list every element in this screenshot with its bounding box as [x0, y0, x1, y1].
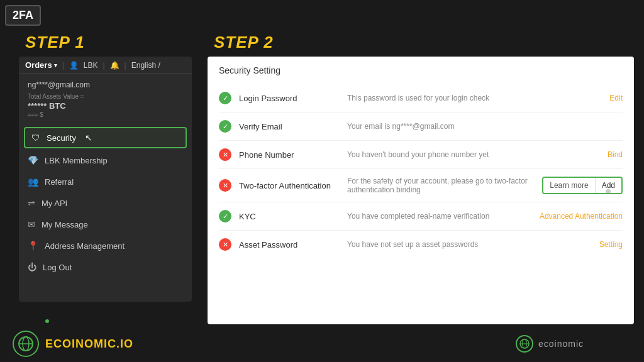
security-icon: 🛡 — [31, 133, 40, 143]
ecoinomic-small-logo — [516, 335, 533, 353]
verify-email-name: Verify Email — [239, 122, 340, 131]
assets-value: ****** BTC — [28, 101, 183, 111]
ecoinomic-logo — [13, 331, 39, 357]
sidebar-item-lbk-membership[interactable]: 💎 LBK Membership — [19, 150, 192, 171]
asset-password-desc: You have not set up a asset passwords — [347, 240, 592, 249]
learn-more-button[interactable]: Learn more — [543, 178, 595, 193]
log-out-label: Log Out — [43, 263, 72, 272]
user-icon[interactable]: 👤 — [69, 61, 79, 70]
message-icon: ✉ — [28, 219, 35, 229]
divider2: | — [103, 61, 104, 70]
phone-number-row: ✕ Phone Number You haven't bound your ph… — [219, 141, 623, 169]
sidebar-item-address-management[interactable]: 📍 Address Management — [19, 235, 192, 256]
sidebar-menu: 🛡 Security ↖ 💎 LBK Membership 👥 Referral… — [19, 127, 192, 278]
lbk-membership-icon: 💎 — [28, 155, 38, 165]
asset-password-status: ✕ — [219, 238, 231, 251]
assets-label: Total Assets Value ≈ — [28, 93, 183, 100]
address-management-label: Address Management — [45, 241, 125, 251]
tfa-status: ✕ — [219, 179, 231, 192]
login-password-action[interactable]: Edit — [609, 94, 623, 102]
security-panel: Security Setting ✓ Login Password This p… — [208, 57, 634, 324]
security-title: Security Setting — [219, 65, 623, 75]
logout-icon: ⏻ — [28, 262, 36, 272]
user-email: ng****@gmail.com — [28, 80, 183, 89]
add-2fa-button[interactable]: Add — [596, 178, 621, 193]
my-message-label: My Message — [42, 220, 88, 229]
divider3: | — [125, 61, 126, 70]
sidebar-item-referral[interactable]: 👥 Referral — [19, 171, 192, 192]
bottom-right-logo: ecoinomic — [455, 326, 644, 362]
brand-name: ECOINOMIC.IO — [45, 337, 133, 351]
orders-button[interactable]: Orders ▾ — [25, 60, 57, 70]
language-selector[interactable]: English / — [131, 61, 160, 70]
tfa-actions: Learn more Add — [542, 177, 623, 194]
kyc-action[interactable]: Advanced Authentication — [540, 212, 623, 221]
dot-indicator — [45, 319, 49, 323]
kyc-row: ✓ KYC You have completed real-name verif… — [219, 202, 623, 231]
sidebar-item-security[interactable]: 🛡 Security ↖ — [24, 127, 187, 148]
step2-label: STEP 2 — [214, 33, 274, 52]
cursor-indicator: ↖ — [85, 133, 92, 143]
sidebar-panel: Orders ▾ | 👤 LBK | 🔔 | English / ng****@… — [19, 57, 192, 302]
sidebar-header: Orders ▾ | 👤 LBK | 🔔 | English / — [19, 57, 192, 74]
sidebar-item-log-out[interactable]: ⏻ Log Out — [19, 256, 192, 278]
phone-number-name: Phone Number — [239, 150, 340, 160]
kyc-status: ✓ — [219, 210, 231, 222]
referral-label: Referral — [45, 177, 74, 187]
ecoinomic-footer-label: ecoinomic — [538, 339, 584, 349]
api-icon: ⇌ — [28, 198, 35, 208]
verify-email-row: ✓ Verify Email Your email is ng****@gmai… — [219, 112, 623, 141]
my-api-label: My API — [42, 199, 67, 208]
notification-icon[interactable]: 🔔 — [110, 61, 119, 70]
verify-email-status: ✓ — [219, 120, 231, 133]
sidebar-item-my-api[interactable]: ⇌ My API — [19, 192, 192, 214]
login-password-row: ✓ Login Password This password is used f… — [219, 84, 623, 112]
asset-password-action[interactable]: Setting — [599, 240, 623, 249]
two-factor-auth-row: ✕ Two-factor Authentication For the safe… — [219, 169, 623, 202]
lbk-membership-label: LBK Membership — [45, 156, 108, 165]
step1-label: STEP 1 — [25, 33, 85, 52]
address-icon: 📍 — [28, 241, 38, 251]
asset-password-name: Asset Password — [239, 240, 340, 250]
assets-sub: ≈≈≈ $ — [28, 111, 183, 118]
login-password-desc: This password is used for your login che… — [347, 94, 602, 102]
chevron-down-icon: ▾ — [54, 62, 57, 69]
asset-password-row: ✕ Asset Password You have not set up a a… — [219, 231, 623, 258]
verify-email-desc: Your email is ng****@gmail.com — [347, 122, 615, 131]
phone-number-action[interactable]: Bind — [608, 150, 623, 159]
phone-number-status: ✕ — [219, 148, 231, 161]
security-label: Security — [47, 133, 76, 143]
divider1: | — [62, 61, 64, 70]
kyc-desc: You have completed real-name verificatio… — [347, 212, 532, 221]
referral-icon: 👥 — [28, 177, 38, 187]
kyc-name: KYC — [239, 212, 340, 221]
phone-number-desc: You haven't bound your phone number yet — [347, 150, 600, 159]
user-info: ng****@gmail.com Total Assets Value ≈ **… — [19, 74, 192, 122]
orders-label: Orders — [25, 60, 52, 70]
2fa-badge: 2FA — [5, 5, 41, 26]
login-password-status: ✓ — [219, 92, 231, 104]
lbk-header-label[interactable]: LBK — [84, 61, 98, 70]
bottom-bar: ECOINOMIC.IO ecoinomic — [0, 326, 644, 362]
tfa-desc: For the safety of your account, please g… — [347, 177, 535, 194]
login-password-name: Login Password — [239, 94, 340, 103]
sidebar-item-my-message[interactable]: ✉ My Message — [19, 214, 192, 235]
tfa-name: Two-factor Authentication — [239, 181, 340, 190]
